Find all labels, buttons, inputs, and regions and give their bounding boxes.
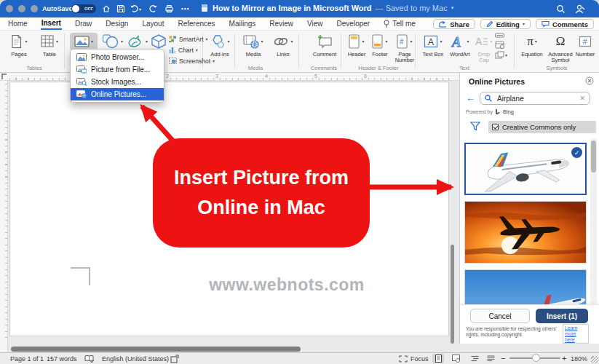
save-icon[interactable] [115,3,127,15]
document-icon [201,4,209,12]
horizontal-scrollbar[interactable] [11,347,301,352]
zoom-percentage[interactable]: 180% [571,355,587,363]
image-search-box[interactable]: ✕ [480,92,590,105]
header-button[interactable]: ▾ Header [344,33,370,58]
shapes-button[interactable]: ▾ [102,33,123,50]
horizontal-line-icon[interactable] [495,33,505,39]
vertical-scrollbar[interactable] [451,245,454,344]
resize-grip[interactable] [591,356,598,363]
close-window-icon[interactable] [6,5,13,12]
focus-mode-button[interactable]: Focus [399,355,429,363]
date-time-icon[interactable] [495,41,505,49]
tab-draw[interactable]: Draw [74,18,92,29]
account-icon[interactable] [574,3,586,15]
zoom-window-icon[interactable] [31,5,38,12]
pictures-button[interactable]: ▾ [70,33,98,50]
tab-home[interactable]: Home [7,18,28,29]
vertical-ruler[interactable] [0,81,8,352]
tab-view[interactable]: View [306,18,324,29]
saved-status[interactable]: — Saved to my Mac [376,4,448,12]
pane-scrollbar[interactable] [590,138,597,304]
advanced-symbol-label: Advanced Symbol [548,52,572,63]
print-layout-view-button[interactable] [432,354,444,363]
zoom-slider-knob[interactable] [532,354,540,362]
equation-button[interactable]: π▾ Equation [518,33,546,58]
comments-button[interactable]: Comments [536,19,594,29]
add-ins-button[interactable]: ▾ Add-ins [207,33,233,58]
menu-item-online-pictures[interactable]: Online Pictures... [71,88,164,100]
zoom-in-button[interactable]: + [562,354,566,363]
share-button[interactable]: Share [433,19,475,29]
pencil-icon [486,20,493,28]
screenshot-icon [169,58,177,64]
minimize-window-icon[interactable] [18,5,25,12]
tab-mailings[interactable]: Mailings [229,18,257,29]
media-button[interactable]: ▾ Media [240,33,266,58]
wordart-button[interactable]: A▾ WordArt [447,33,473,58]
text-selection-icon[interactable] [170,355,179,363]
pane-scrollbar-thumb[interactable] [591,141,596,173]
draft-view-button[interactable] [485,354,496,363]
equation-icon: π [527,34,533,49]
icons-button[interactable]: ▾ [125,33,148,50]
word-count[interactable]: 157 words [47,355,77,363]
redo-icon[interactable] [147,3,159,15]
checkbox-checked-icon[interactable] [492,124,499,130]
tab-design[interactable]: Design [105,18,129,29]
image-result-airplane-sunset[interactable] [464,201,587,264]
page-indicator[interactable]: Page 1 of 1 [10,355,44,363]
tab-tell-me[interactable]: Tell me [383,18,416,29]
advanced-symbol-button[interactable]: Ω Advanced Symbol [546,33,575,63]
svg-text:A: A [475,36,483,47]
tab-references[interactable]: References [177,18,215,29]
insert-button[interactable]: Insert (1) [536,309,588,323]
autosave-toggle[interactable]: OFF [71,4,96,13]
footer-button[interactable]: ▾ Footer [368,33,392,58]
text-box-icon: A [424,35,438,48]
text-box-button[interactable]: A▾ Text Box [419,33,447,58]
clear-search-icon[interactable]: ✕ [579,95,585,102]
table-button[interactable]: ▾ Table [35,33,64,58]
tab-selector-icon[interactable] [1,74,7,79]
tab-review[interactable]: Review [269,18,294,29]
cancel-button[interactable]: Cancel [470,309,530,323]
tab-layout[interactable]: Layout [141,18,164,29]
print-icon[interactable] [163,3,175,15]
spellcheck-icon[interactable] [84,355,94,363]
object-icon[interactable] [495,51,504,59]
search-icon[interactable] [555,3,566,15]
tab-insert[interactable]: Insert [41,17,62,30]
bird-icon [125,33,144,50]
horizontal-ruler[interactable]: 1 2 3 4 5 6 [0,73,459,81]
close-pane-icon[interactable] [585,76,594,85]
undo-icon[interactable]: ▾ [130,3,141,15]
menu-item-picture-from-file[interactable]: Picture from File... [71,63,164,76]
menu-item-photo-browser[interactable]: Photo Browser... [71,51,164,63]
number-button[interactable]: # Number [574,33,597,58]
learn-more-link[interactable]: Learn more here [563,324,589,344]
editing-button[interactable]: Editing▾ [480,19,531,29]
smartart-button[interactable]: SmartArt▾ [169,34,208,44]
chart-icon [169,47,176,54]
back-arrow-icon[interactable]: ← [466,92,475,103]
outline-view-button[interactable] [469,354,480,363]
web-layout-view-button[interactable] [450,354,461,363]
filter-icon[interactable] [470,122,480,131]
creative-commons-filter[interactable]: Creative Commons only [488,121,596,133]
language-indicator[interactable]: English (United States) [102,355,169,363]
pages-button[interactable]: ▾ Pages [4,33,33,58]
search-input[interactable] [496,94,576,103]
links-button[interactable]: ▾ Links [271,33,295,58]
image-result-airplane-white[interactable]: ✓ [464,143,587,195]
menu-item-stock-images[interactable]: Stock Images... [71,76,164,88]
home-icon[interactable] [100,3,112,15]
page-number-button[interactable]: #▾ Page Number [392,33,418,63]
sunset-airplane-image [465,202,586,263]
comment-button[interactable]: Comment [309,33,341,58]
creative-commons-label: Creative Commons only [502,123,576,131]
chart-button[interactable]: Chart▾ [169,45,198,55]
tab-developer[interactable]: Developer [336,18,371,29]
zoom-out-button[interactable]: − [501,354,505,363]
more-commands-icon[interactable]: ⋯ [179,3,191,15]
3d-models-button[interactable]: ▾ [150,33,171,50]
